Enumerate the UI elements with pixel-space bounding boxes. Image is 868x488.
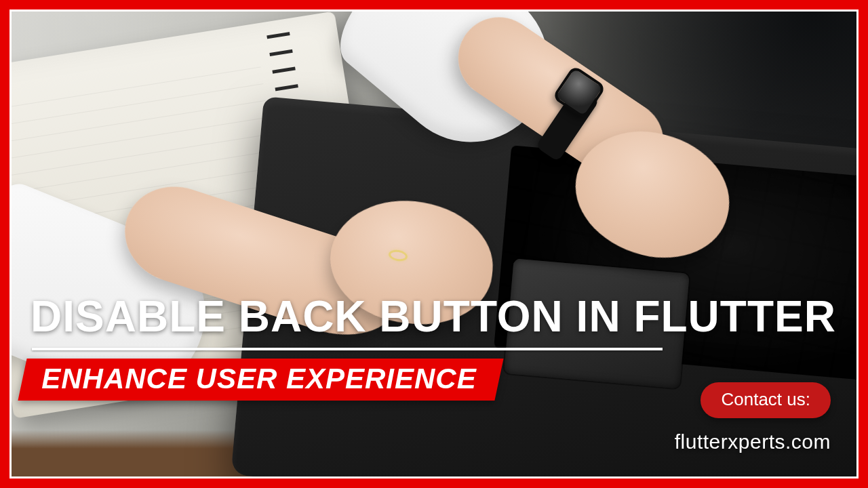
subheadline-text: ENHANCE USER EXPERIENCE xyxy=(41,363,476,395)
headline-title: DISABLE BACK BUTTON IN FLUTTER xyxy=(31,295,836,338)
contact-us-pill: Contact us: xyxy=(701,382,831,418)
outer-red-frame: DISABLE BACK BUTTON IN FLUTTER ENHANCE U… xyxy=(0,0,868,488)
subheadline-banner: ENHANCE USER EXPERIENCE xyxy=(22,359,499,401)
inner-white-border-frame: DISABLE BACK BUTTON IN FLUTTER ENHANCE U… xyxy=(9,9,859,479)
site-url[interactable]: flutterxperts.com xyxy=(675,430,831,453)
subheadline-skew-box: ENHANCE USER EXPERIENCE xyxy=(18,359,504,401)
headline-divider xyxy=(32,348,663,350)
